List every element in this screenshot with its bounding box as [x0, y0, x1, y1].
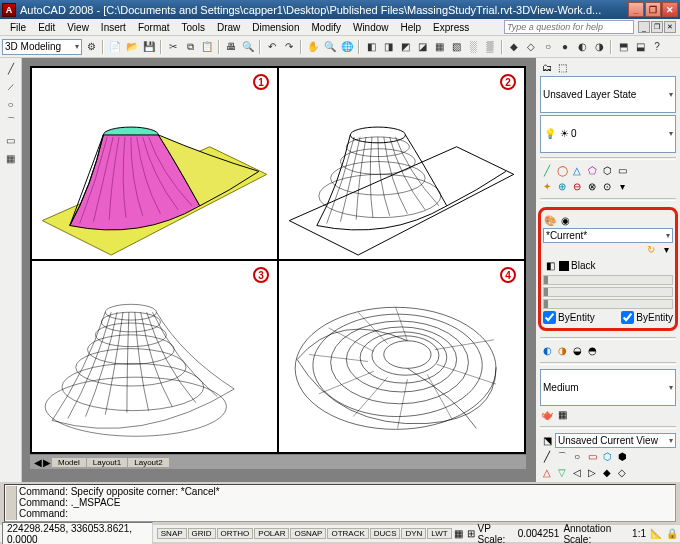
tab-model[interactable]: Model: [52, 458, 86, 467]
modify-icon[interactable]: ⊗: [585, 180, 599, 194]
toggle-otrack[interactable]: OTRACK: [327, 528, 368, 539]
check-byentity-1[interactable]: ByEntity: [543, 311, 595, 324]
minimize-button[interactable]: _: [628, 2, 644, 17]
tool-icon[interactable]: ◪: [414, 39, 430, 55]
draw-icon[interactable]: ◯: [555, 164, 569, 178]
modify-icon[interactable]: ⊕: [555, 180, 569, 194]
help-search-input[interactable]: [504, 20, 634, 34]
slider-1[interactable]: [543, 275, 673, 285]
render-icon[interactable]: ◐: [540, 344, 554, 358]
restore-button[interactable]: ❐: [645, 2, 661, 17]
polyline-icon[interactable]: ⟋: [3, 78, 19, 94]
menu-insert[interactable]: Insert: [95, 21, 132, 34]
draw-icon[interactable]: ╱: [540, 164, 554, 178]
paste-icon[interactable]: 📋: [199, 39, 215, 55]
help-icon[interactable]: ?: [649, 39, 665, 55]
status-icon[interactable]: 🔒: [666, 527, 678, 541]
layer-current-combo[interactable]: 💡 ☀ 0: [540, 115, 676, 152]
toggle-lwt[interactable]: LWT: [427, 528, 451, 539]
copy-icon[interactable]: ⧉: [182, 39, 198, 55]
tool-icon[interactable]: ◨: [380, 39, 396, 55]
menu-express[interactable]: Express: [427, 21, 475, 34]
nav-icon[interactable]: ▽: [555, 466, 569, 480]
print-icon[interactable]: 🖶: [223, 39, 239, 55]
viewport-2[interactable]: 2: [278, 67, 525, 260]
draw-icon[interactable]: ⬠: [585, 164, 599, 178]
toggle-ortho[interactable]: ORTHO: [217, 528, 254, 539]
tab-layout1[interactable]: Layout1: [87, 458, 127, 467]
nav-icon[interactable]: ╱: [540, 450, 554, 464]
hatch-icon[interactable]: ▦: [3, 150, 19, 166]
line-tool-icon[interactable]: ╱: [3, 60, 19, 76]
draw-icon[interactable]: ⬡: [600, 164, 614, 178]
modify-icon[interactable]: ✦: [540, 180, 554, 194]
render-icon[interactable]: ◒: [570, 344, 584, 358]
render-btn[interactable]: 🫖: [540, 408, 554, 422]
toggle-snap[interactable]: SNAP: [157, 528, 187, 539]
render-btn[interactable]: ▦: [555, 408, 569, 422]
nav-icon[interactable]: ◁: [570, 466, 584, 480]
cut-icon[interactable]: ✂: [165, 39, 181, 55]
tool-icon[interactable]: ▧: [448, 39, 464, 55]
menu-draw[interactable]: Draw: [211, 21, 246, 34]
tool-icon[interactable]: ◧: [363, 39, 379, 55]
tool-icon[interactable]: ○: [540, 39, 556, 55]
nav-icon[interactable]: ○: [570, 450, 584, 464]
check-byentity-2[interactable]: ByEntity: [621, 311, 673, 324]
menu-file[interactable]: File: [4, 21, 32, 34]
tool-icon[interactable]: ░: [465, 39, 481, 55]
status-icon[interactable]: 📐: [650, 527, 662, 541]
toggle-grid[interactable]: GRID: [188, 528, 216, 539]
tool-icon[interactable]: ◆: [506, 39, 522, 55]
nav-icon[interactable]: ◇: [615, 466, 629, 480]
draw-icon[interactable]: ▭: [615, 164, 629, 178]
nav-icon[interactable]: ▭: [585, 450, 599, 464]
vstyle-combo[interactable]: Medium: [540, 369, 676, 406]
tool-icon[interactable]: ⬓: [632, 39, 648, 55]
slider-2[interactable]: [543, 287, 673, 297]
toggle-ducs[interactable]: DUCS: [370, 528, 401, 539]
status-icon[interactable]: ▦: [453, 527, 465, 541]
menu-help[interactable]: Help: [395, 21, 428, 34]
toggle-osnap[interactable]: OSNAP: [290, 528, 326, 539]
nav-icon[interactable]: △: [540, 466, 554, 480]
material-combo[interactable]: *Current*: [543, 228, 673, 243]
checkbox[interactable]: [621, 311, 634, 324]
redo-icon[interactable]: ↷: [281, 39, 297, 55]
view-icon[interactable]: ⬔: [540, 433, 554, 447]
viewport-4[interactable]: 4: [278, 260, 525, 453]
arc-icon[interactable]: ⌒: [3, 114, 19, 130]
nav-icon[interactable]: ⬡: [600, 450, 614, 464]
tool-icon[interactable]: ▒: [482, 39, 498, 55]
menu-tools[interactable]: Tools: [176, 21, 211, 34]
command-area[interactable]: Command: Specify opposite corner: *Cance…: [4, 484, 676, 522]
nav-icon[interactable]: ▷: [585, 466, 599, 480]
menu-window[interactable]: Window: [347, 21, 395, 34]
layer-state-combo[interactable]: Unsaved Layer State: [540, 76, 676, 113]
render-icon[interactable]: ◓: [585, 344, 599, 358]
settings-icon[interactable]: ⚙: [83, 39, 99, 55]
new-icon[interactable]: 📄: [107, 39, 123, 55]
open-icon[interactable]: 📂: [124, 39, 140, 55]
draw-icon[interactable]: △: [570, 164, 584, 178]
view-combo[interactable]: Unsaved Current View: [555, 433, 676, 448]
viewport-3[interactable]: 3: [31, 260, 278, 453]
mdi-close-button[interactable]: ✕: [664, 21, 676, 33]
tab-layout2[interactable]: Layout2: [128, 458, 168, 467]
mdi-minimize-button[interactable]: _: [638, 21, 650, 33]
tool-icon[interactable]: ⬒: [615, 39, 631, 55]
workspace-combo[interactable]: 3D Modeling: [2, 39, 82, 55]
tool-icon[interactable]: ◐: [574, 39, 590, 55]
mdi-restore-button[interactable]: ❐: [651, 21, 663, 33]
orbit-icon[interactable]: 🌐: [339, 39, 355, 55]
pan-icon[interactable]: ✋: [305, 39, 321, 55]
menu-format[interactable]: Format: [132, 21, 176, 34]
tab-nav-icon[interactable]: ▶: [43, 457, 51, 468]
tab-nav-icon[interactable]: ◀: [34, 457, 42, 468]
preview-icon[interactable]: 🔍: [240, 39, 256, 55]
zoom-icon[interactable]: 🔍: [322, 39, 338, 55]
more-icon[interactable]: ▾: [615, 180, 629, 194]
menu-view[interactable]: View: [61, 21, 95, 34]
tool-icon[interactable]: ◩: [397, 39, 413, 55]
status-icon[interactable]: ⊞: [465, 527, 477, 541]
